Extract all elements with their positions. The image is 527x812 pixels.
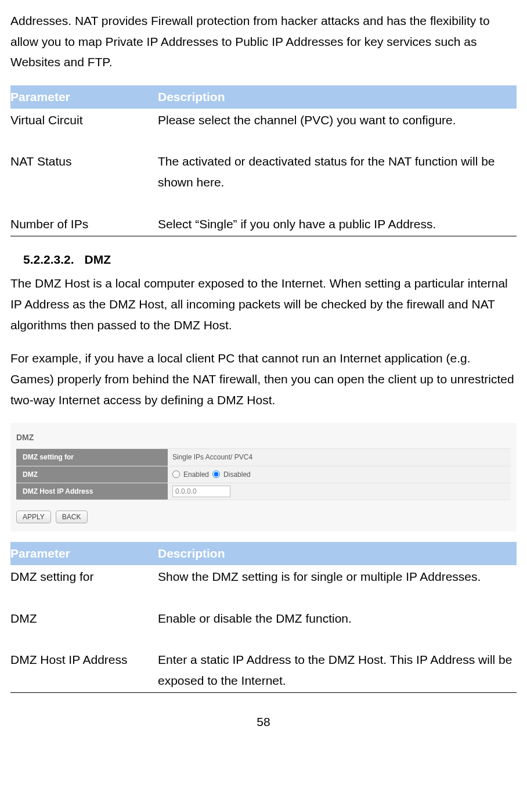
table2-row1-desc: Enable or disable the DMZ function. [158,607,517,630]
dmz-setting-for-row: DMZ setting for Single IPs Account/ PVC4 [16,448,511,465]
table1-row1-desc: The activated or deactivated status for … [158,150,517,193]
table-row: DMZ Host IP Address Enter a static IP Ad… [10,648,517,692]
dmz-setting-for-label: DMZ setting for [16,449,168,465]
table2-row2-desc: Enter a static IP Address to the DMZ Hos… [158,648,517,692]
dmz-setting-for-value: Single IPs Account/ PVC4 [168,449,511,465]
table2-row0-param: DMZ setting for [10,565,158,588]
table2-row1-param: DMZ [10,607,158,630]
dmz-parameter-table: Parameter Description DMZ setting for Sh… [10,542,517,692]
table2-row0-desc: Show the DMZ setting is for single or mu… [158,565,517,588]
table1-header-desc: Description [158,85,517,109]
dmz-settings-panel: DMZ DMZ setting for Single IPs Account/ … [10,423,517,531]
page-number: 58 [10,712,517,732]
table1-row2-param: Number of IPs [10,213,158,236]
back-button[interactable]: BACK [56,511,88,523]
dmz-enable-row: DMZ Enabled Disabled [16,466,511,483]
table1-row2-desc: Select “Single” if you only have a publi… [158,213,517,236]
section-heading-dmz: 5.2.2.3.2.DMZ [10,249,517,270]
dmz-disabled-label: Disabled [223,469,251,480]
dmz-paragraph-1: The DMZ Host is a local computer exposed… [10,273,517,335]
table-row: Number of IPs Select “Single” if you onl… [10,213,517,236]
table1-row0-desc: Please select the channel (PVC) you want… [158,109,517,132]
dmz-panel-title: DMZ [16,431,511,445]
dmz-host-ip-row: DMZ Host IP Address [16,483,511,500]
dmz-host-ip-label: DMZ Host IP Address [16,483,168,500]
table2-header-desc: Description [158,542,517,565]
table-row: DMZ Enable or disable the DMZ function. [10,607,517,630]
table-row: Virtual Circuit Please select the channe… [10,109,517,132]
dmz-enabled-radio[interactable] [172,470,180,478]
dmz-disabled-radio[interactable] [212,470,220,478]
table1-row1-param: NAT Status [10,150,158,193]
nat-parameter-table: Parameter Description Virtual Circuit Pl… [10,85,517,236]
section-title: DMZ [85,253,111,266]
table-row: NAT Status The activated or deactivated … [10,150,517,193]
apply-button[interactable]: APPLY [16,511,51,523]
table2-header-param: Parameter [10,542,158,565]
dmz-enable-label: DMZ [16,466,168,483]
dmz-paragraph-2: For example, if you have a local client … [10,348,517,410]
intro-paragraph: Addresses. NAT provides Firewall protect… [10,10,517,73]
table2-row2-param: DMZ Host IP Address [10,648,158,692]
table1-row0-param: Virtual Circuit [10,109,158,132]
table-row: DMZ setting for Show the DMZ setting is … [10,565,517,588]
dmz-enabled-label: Enabled [183,469,209,480]
section-number: 5.2.2.3.2. [23,253,74,266]
table1-header-param: Parameter [10,85,158,109]
dmz-host-ip-input[interactable] [172,486,230,497]
